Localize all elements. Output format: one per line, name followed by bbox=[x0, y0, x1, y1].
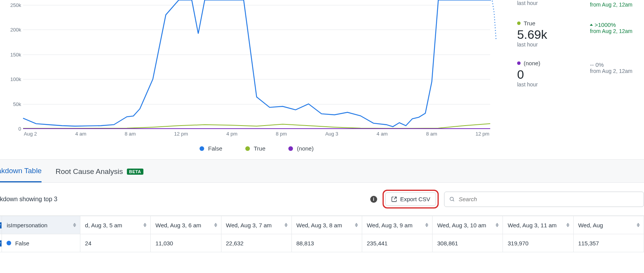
table-cell: 308,861 bbox=[433, 234, 503, 252]
x-axis-label: Aug 2 bbox=[24, 131, 37, 137]
y-axis-label: 150k bbox=[0, 51, 21, 57]
beta-badge: BETA bbox=[127, 169, 143, 175]
sort-icon bbox=[425, 223, 428, 227]
export-csv-button[interactable]: Export CSV bbox=[385, 192, 436, 206]
breakdown-table: ✓isImpersonationd, Aug 3, 5 amWed, Aug 3… bbox=[0, 216, 644, 252]
legend-label: False bbox=[208, 145, 222, 152]
checkbox-icon: ✓ bbox=[0, 240, 2, 247]
sort-icon bbox=[73, 223, 76, 227]
legend-swatch bbox=[288, 146, 293, 151]
row-label: False bbox=[15, 240, 29, 247]
sort-icon bbox=[566, 223, 569, 227]
column-header[interactable]: isImpersonation bbox=[2, 216, 80, 234]
legend-item[interactable]: False bbox=[200, 145, 222, 152]
stat-sub: last hour bbox=[517, 81, 590, 88]
sort-icon bbox=[637, 223, 640, 227]
column-header[interactable]: Wed, Aug 3, 6 am bbox=[151, 216, 221, 234]
column-header[interactable]: Wed, Aug 3, 8 am bbox=[291, 216, 362, 234]
table-row: ✓False2411,03022,63288,813235,441308,861… bbox=[0, 234, 644, 252]
x-axis-label: 12 pm bbox=[174, 131, 188, 137]
sort-icon bbox=[355, 223, 358, 227]
x-axis-label: 4 am bbox=[377, 131, 388, 137]
export-csv-label: Export CSV bbox=[400, 196, 430, 202]
stat-block: last hourfrom Aug 2, 12am bbox=[517, 0, 632, 8]
search-input[interactable] bbox=[458, 195, 639, 203]
table-cell: 11,030 bbox=[151, 234, 221, 252]
y-axis-label: 200k bbox=[0, 27, 21, 33]
legend-label: True bbox=[254, 145, 265, 152]
y-axis-label: 250k bbox=[0, 2, 21, 8]
table-cell: 319,970 bbox=[503, 234, 573, 252]
y-axis-label: 50k bbox=[0, 101, 21, 107]
row-swatch bbox=[7, 241, 11, 245]
y-axis-label: 0 bbox=[0, 126, 21, 132]
stat-delta: -- 0% bbox=[590, 61, 632, 68]
stat-value: 0 bbox=[517, 68, 590, 81]
x-axis-label: Aug 3 bbox=[325, 131, 338, 137]
sort-icon bbox=[496, 223, 499, 227]
line-chart: 050k100k150k200k250k Aug 24 am8 am12 pm4… bbox=[0, 0, 506, 152]
stat-value: 5.69k bbox=[517, 28, 590, 41]
svg-point-0 bbox=[450, 197, 454, 201]
legend-item[interactable]: (none) bbox=[288, 145, 313, 152]
tab-label: eakdown Table bbox=[0, 167, 42, 175]
x-axis-label: 12 pm bbox=[476, 131, 489, 137]
x-axis-label: 4 pm bbox=[226, 131, 238, 137]
table-cell: 22,632 bbox=[221, 234, 291, 252]
export-highlight: Export CSV bbox=[383, 190, 439, 208]
column-header[interactable]: Wed, Aug 3, 11 am bbox=[503, 216, 573, 234]
table-cell: 115,357 bbox=[573, 234, 644, 252]
stat-block: True5.69klast hour>1000%from Aug 2, 12am bbox=[517, 20, 632, 48]
table-cell: 235,441 bbox=[362, 234, 432, 252]
table-cell: 88,813 bbox=[291, 234, 362, 252]
sort-icon bbox=[285, 223, 288, 227]
caret-up-icon bbox=[590, 24, 593, 26]
legend-item[interactable]: True bbox=[245, 145, 265, 152]
stat-from: from Aug 2, 12am bbox=[590, 68, 632, 74]
info-icon[interactable]: i bbox=[370, 196, 377, 203]
stat-from: from Aug 2, 12am bbox=[590, 28, 632, 34]
column-header[interactable]: Wed, Aug 3, 10 am bbox=[433, 216, 503, 234]
search-icon bbox=[449, 196, 455, 202]
stat-from: from Aug 2, 12am bbox=[590, 2, 632, 8]
table-cell: 24 bbox=[80, 234, 151, 252]
column-header[interactable]: Wed, Aug 3, 7 am bbox=[221, 216, 291, 234]
tab[interactable]: Root Cause AnalysisBETA bbox=[55, 167, 143, 182]
stat-sub: last hour bbox=[517, 0, 590, 6]
column-header[interactable]: Wed, Aug 3, 9 am bbox=[362, 216, 432, 234]
stat-delta: >1000% bbox=[590, 22, 632, 28]
column-header[interactable]: Wed, Aug bbox=[573, 216, 644, 234]
sort-icon bbox=[214, 223, 217, 227]
export-icon bbox=[391, 196, 397, 202]
tab[interactable]: eakdown Table bbox=[0, 167, 42, 182]
y-axis-label: 100k bbox=[0, 76, 21, 82]
legend-swatch bbox=[245, 146, 250, 151]
legend-swatch bbox=[200, 146, 204, 151]
legend-label: (none) bbox=[297, 145, 313, 152]
search-input-wrap[interactable] bbox=[444, 192, 644, 207]
x-axis-label: 8 am bbox=[426, 131, 437, 137]
stat-label: True bbox=[524, 20, 535, 26]
breakdown-title: eakdown showing top 3 bbox=[0, 196, 365, 203]
stat-label: (none) bbox=[524, 60, 540, 66]
x-axis-label: 8 am bbox=[125, 131, 136, 137]
sort-icon bbox=[143, 223, 146, 227]
tab-label: Root Cause Analysis bbox=[55, 167, 123, 176]
stats-panel: last hourfrom Aug 2, 12amTrue5.69klast h… bbox=[506, 0, 644, 152]
x-axis-label: 4 am bbox=[75, 131, 87, 137]
x-axis-label: 8 pm bbox=[276, 131, 287, 137]
stat-block: (none)0last hour-- 0%from Aug 2, 12am bbox=[517, 60, 632, 88]
row-label-cell: False bbox=[2, 234, 80, 252]
stat-sub: last hour bbox=[517, 41, 590, 48]
stat-swatch bbox=[517, 22, 521, 25]
stat-swatch bbox=[517, 61, 521, 65]
column-header[interactable]: d, Aug 3, 5 am bbox=[80, 216, 151, 234]
